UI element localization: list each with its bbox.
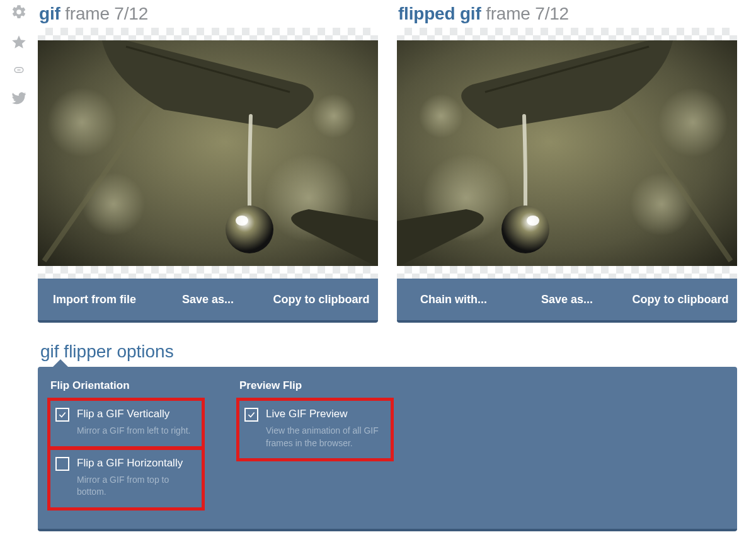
flip-vertically-option[interactable]: Flip a GIF Vertically Mirror a GIF from … <box>50 401 202 446</box>
source-button-bar: Import from file Save as... Copy to clip… <box>38 279 378 323</box>
flip-vertically-label: Flip a GIF Vertically <box>77 407 197 421</box>
flip-horizontally-label: Flip a GIF Horizontally <box>77 456 197 470</box>
save-as-button[interactable]: Save as... <box>510 279 624 320</box>
source-panel: gif frame 7/12 <box>38 0 378 323</box>
svg-point-10 <box>630 173 693 236</box>
result-button-bar: Chain with... Save as... Copy to clipboa… <box>397 279 737 323</box>
svg-point-15 <box>527 216 539 226</box>
source-panel-title: gif frame 7/12 <box>38 0 378 28</box>
svg-point-9 <box>658 88 728 157</box>
flip-horizontally-option[interactable]: Flip a GIF Horizontally Mirror a GIF fro… <box>50 450 202 507</box>
svg-point-12 <box>419 94 463 138</box>
flip-orientation-heading: Flip Orientation <box>50 379 202 392</box>
options-panel: Flip Orientation Flip a GIF Vertically M… <box>38 367 737 531</box>
transparency-strip-top <box>397 28 737 40</box>
transparency-strip-bottom <box>38 266 378 279</box>
source-image[interactable] <box>38 40 378 266</box>
flip-orientation-column: Flip Orientation Flip a GIF Vertically M… <box>50 379 202 511</box>
result-title-suffix: frame 7/12 <box>481 4 569 23</box>
svg-point-14 <box>501 205 549 253</box>
svg-point-7 <box>236 216 248 226</box>
link-icon[interactable] <box>11 64 27 78</box>
twitter-icon[interactable] <box>11 89 27 108</box>
live-preview-checkbox[interactable] <box>244 408 258 422</box>
live-preview-desc: View the animation of all GIF frames in … <box>266 425 386 449</box>
preview-flip-heading: Preview Flip <box>239 379 391 392</box>
svg-point-1 <box>47 88 117 157</box>
copy-clipboard-button[interactable]: Copy to clipboard <box>624 279 737 320</box>
save-as-button[interactable]: Save as... <box>151 279 265 320</box>
flip-vertically-desc: Mirror a GIF from left to right. <box>77 425 197 437</box>
side-toolbar <box>0 0 38 531</box>
copy-clipboard-button[interactable]: Copy to clipboard <box>265 279 378 320</box>
options-title: gif flipper options <box>38 342 737 367</box>
result-panel: flipped gif frame 7/12 <box>397 0 737 323</box>
transparency-strip-bottom <box>397 266 737 279</box>
star-icon[interactable] <box>11 34 27 53</box>
result-image[interactable] <box>397 40 737 266</box>
source-title-accent: gif <box>39 4 60 23</box>
flip-horizontally-checkbox[interactable] <box>55 457 69 471</box>
chain-with-button[interactable]: Chain with... <box>397 279 510 320</box>
svg-point-2 <box>82 173 145 236</box>
gear-icon[interactable] <box>11 4 27 23</box>
result-panel-title: flipped gif frame 7/12 <box>397 0 737 28</box>
flip-vertically-checkbox[interactable] <box>55 408 69 422</box>
live-preview-option[interactable]: Live GIF Preview View the animation of a… <box>239 401 391 458</box>
result-title-accent: flipped gif <box>398 4 481 23</box>
import-button[interactable]: Import from file <box>38 279 151 320</box>
flip-horizontally-desc: Mirror a GIF from top to bottom. <box>77 474 197 499</box>
transparency-strip-top <box>38 28 378 40</box>
preview-flip-column: Preview Flip Live GIF Preview View the a… <box>239 379 391 462</box>
svg-point-6 <box>226 205 273 253</box>
source-title-suffix: frame 7/12 <box>60 4 148 23</box>
svg-point-4 <box>312 94 356 138</box>
live-preview-label: Live GIF Preview <box>266 407 386 421</box>
